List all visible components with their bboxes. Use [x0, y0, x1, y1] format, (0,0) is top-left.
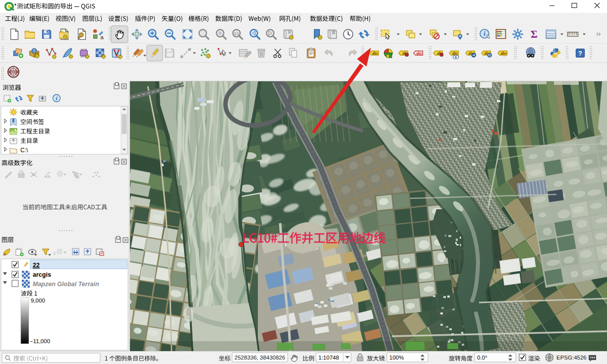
svg-text:C:\: C:\ — [20, 147, 28, 154]
svg-text:0.0°: 0.0° — [477, 355, 487, 361]
svg-text:EPSG:4526: EPSG:4526 — [556, 355, 587, 361]
svg-text:100%: 100% — [389, 355, 404, 361]
svg-text:abc: abc — [372, 51, 378, 56]
svg-text:1:10748: 1:10748 — [318, 355, 339, 361]
svg-text:9,000: 9,000 — [31, 298, 45, 303]
svg-text:−11,000: −11,000 — [30, 338, 50, 344]
svg-text:GEO: GEO — [10, 70, 16, 73]
svg-text:ε: ε — [54, 249, 56, 256]
svg-text:a: a — [100, 34, 104, 40]
svg-text:1:1: 1:1 — [234, 32, 239, 35]
svg-text:Mapzen Global Terrain: Mapzen Global Terrain — [33, 281, 99, 288]
svg-text:22: 22 — [33, 262, 40, 269]
svg-text:i: i — [56, 96, 58, 101]
svg-text:Σ: Σ — [531, 28, 538, 40]
svg-text:2528336, 38430826: 2528336, 38430826 — [235, 355, 285, 361]
svg-text:arcgis: arcgis — [33, 271, 51, 278]
svg-text:abc: abc — [452, 51, 458, 56]
svg-text:i: i — [484, 30, 486, 37]
svg-text:?: ? — [578, 50, 582, 57]
svg-text:abc: abc — [417, 51, 423, 56]
